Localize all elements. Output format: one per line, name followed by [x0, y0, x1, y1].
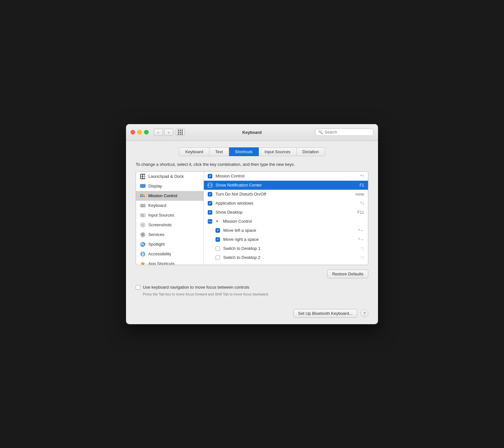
sidebar-item-input-sources[interactable]: Input Sources	[136, 210, 204, 220]
shortcut-key-notification: F1	[360, 183, 364, 187]
sidebar-label-app-shortcuts: App Shortcuts	[148, 261, 175, 265]
svg-rect-4	[142, 205, 142, 205]
sidebar-item-keyboard[interactable]: Keyboard	[136, 201, 204, 210]
svg-rect-11	[143, 214, 143, 215]
checkbox-show-desktop[interactable]	[208, 210, 212, 215]
shortcut-key-app-windows: ^↓	[360, 201, 364, 206]
sidebar-label-input-sources: Input Sources	[148, 213, 174, 218]
shortcut-row-move-left[interactable]: Move left a space ^←	[204, 226, 368, 235]
svg-rect-10	[142, 214, 142, 215]
shortcut-row-switch-desktop-2[interactable]: Switch to Desktop 2 ^2	[204, 253, 368, 262]
nav-buttons: ‹ ›	[154, 129, 173, 136]
sidebar-item-accessibility[interactable]: Accessibility	[136, 249, 204, 259]
tab-text[interactable]: Text	[209, 147, 229, 156]
minimize-button[interactable]	[137, 130, 142, 134]
main-window: ‹ › Keyboard 🔍 Keyboard Text Shortcuts I…	[126, 124, 378, 324]
tab-keyboard[interactable]: Keyboard	[179, 147, 209, 156]
svg-rect-7	[141, 206, 145, 207]
close-button[interactable]	[131, 130, 135, 134]
shortcut-name-switch-desktop-2: Switch to Desktop 2	[223, 255, 357, 260]
shortcut-row-mission-control-group[interactable]: − ▼ Mission Control	[204, 217, 368, 226]
shortcut-key-move-left: ^←	[358, 228, 364, 233]
triangle-icon: ▼	[215, 219, 219, 223]
sidebar-item-services[interactable]: Services	[136, 230, 204, 240]
tab-bar: Keyboard Text Shortcuts Input Sources Di…	[136, 147, 368, 156]
checkbox-switch-desktop-2[interactable]	[215, 255, 220, 260]
sidebar-label-services: Services	[148, 232, 164, 237]
footer: Set Up Bluetooth Keyboard... ?	[126, 304, 378, 324]
restore-defaults-row: Restore Defaults	[136, 270, 368, 278]
shortcut-name-mission-control-group: Mission Control	[223, 219, 364, 224]
sidebar-item-display[interactable]: Display	[136, 181, 204, 191]
sidebar-item-app-shortcuts[interactable]: App Shortcuts	[136, 259, 204, 265]
sidebar-label-keyboard: Keyboard	[148, 203, 166, 208]
mission-control-icon	[140, 193, 146, 199]
tab-shortcuts[interactable]: Shortcuts	[229, 147, 259, 156]
svg-rect-9	[141, 214, 142, 215]
checkbox-mission-control-group[interactable]: −	[208, 219, 212, 224]
search-input[interactable]	[325, 130, 371, 134]
sidebar: Launchpad & Dock Display	[136, 172, 204, 265]
restore-defaults-button[interactable]: Restore Defaults	[327, 270, 368, 278]
shortcut-row-do-not-disturb[interactable]: Turn Do Not Disturb On/Off none	[204, 190, 368, 199]
checkbox-move-left[interactable]	[215, 228, 220, 233]
svg-point-22	[142, 252, 143, 253]
checkbox-do-not-disturb[interactable]	[208, 192, 212, 197]
shortcut-row-show-desktop[interactable]: Show Desktop F11	[204, 208, 368, 217]
traffic-lights	[131, 130, 149, 134]
shortcut-key-do-not-disturb: none	[355, 192, 364, 197]
checkbox-switch-desktop-1[interactable]	[215, 246, 220, 251]
shortcut-name-show-desktop: Show Desktop	[215, 210, 354, 215]
help-button[interactable]: ?	[361, 309, 368, 317]
sidebar-item-launchpad[interactable]: Launchpad & Dock	[136, 172, 204, 181]
sidebar-item-spotlight[interactable]: Spotlight	[136, 240, 204, 249]
checkbox-app-windows[interactable]	[208, 201, 212, 206]
svg-rect-1	[142, 187, 144, 188]
window-title: Keyboard	[242, 130, 262, 135]
checkbox-move-right[interactable]	[215, 237, 220, 242]
svg-point-14	[142, 224, 144, 226]
svg-marker-27	[141, 261, 145, 265]
checkbox-mission-control-top[interactable]	[208, 174, 212, 178]
shortcut-row-move-right[interactable]: Move right a space ^→	[204, 235, 368, 244]
shortcut-name-notification: Show Notification Center	[215, 183, 356, 187]
sidebar-label-screenshots: Screenshots	[148, 222, 172, 227]
shortcut-row-notification[interactable]: ✓ Show Notification Center F1	[204, 181, 368, 190]
keyboard-nav-hint: Press the Tab key to move focus forward …	[143, 292, 368, 296]
back-button[interactable]: ‹	[154, 129, 163, 136]
maximize-button[interactable]	[144, 130, 149, 134]
bluetooth-keyboard-button[interactable]: Set Up Bluetooth Keyboard...	[293, 309, 357, 318]
tab-input-sources[interactable]: Input Sources	[259, 147, 297, 156]
content-area: Keyboard Text Shortcuts Input Sources Di…	[126, 141, 378, 304]
shortcut-row-mission-control-top[interactable]: Mission Control ^↑	[204, 172, 368, 181]
shortcut-name-app-windows: Application windows	[215, 201, 357, 206]
svg-rect-12	[142, 216, 144, 216]
svg-rect-2	[140, 204, 145, 207]
keyboard-nav-checkbox[interactable]	[136, 285, 140, 290]
svg-rect-0	[140, 184, 145, 187]
titlebar: ‹ › Keyboard 🔍	[126, 124, 378, 141]
shortcut-key-switch-desktop-2: ^2	[360, 255, 364, 260]
sidebar-label-spotlight: Spotlight	[148, 242, 165, 247]
sidebar-item-mission-control[interactable]: Mission Control	[136, 191, 204, 201]
tab-dictation[interactable]: Dictation	[297, 147, 325, 156]
forward-button[interactable]: ›	[164, 129, 173, 136]
sidebar-item-screenshots[interactable]: Screenshots	[136, 220, 204, 230]
svg-rect-8	[140, 214, 145, 217]
shortcut-row-switch-desktop-1[interactable]: Switch to Desktop 1 ^1	[204, 244, 368, 253]
sidebar-label-mission-control: Mission Control	[148, 193, 177, 198]
shortcut-name-do-not-disturb: Turn Do Not Disturb On/Off	[215, 192, 352, 197]
search-icon: 🔍	[318, 130, 323, 134]
grid-button[interactable]	[176, 129, 185, 136]
shortcut-key-move-right: ^→	[358, 237, 364, 242]
screenshots-icon	[140, 222, 146, 228]
spotlight-icon	[140, 241, 146, 247]
keyboard-icon	[140, 203, 146, 208]
input-sources-icon	[140, 212, 146, 218]
shortcut-name-mission-control-top: Mission Control	[215, 174, 357, 178]
svg-rect-5	[143, 205, 143, 205]
grid-icon	[178, 130, 183, 135]
search-box[interactable]: 🔍	[315, 129, 373, 136]
checkbox-notification[interactable]: ✓	[208, 183, 212, 187]
shortcut-row-app-windows[interactable]: Application windows ^↓	[204, 199, 368, 208]
